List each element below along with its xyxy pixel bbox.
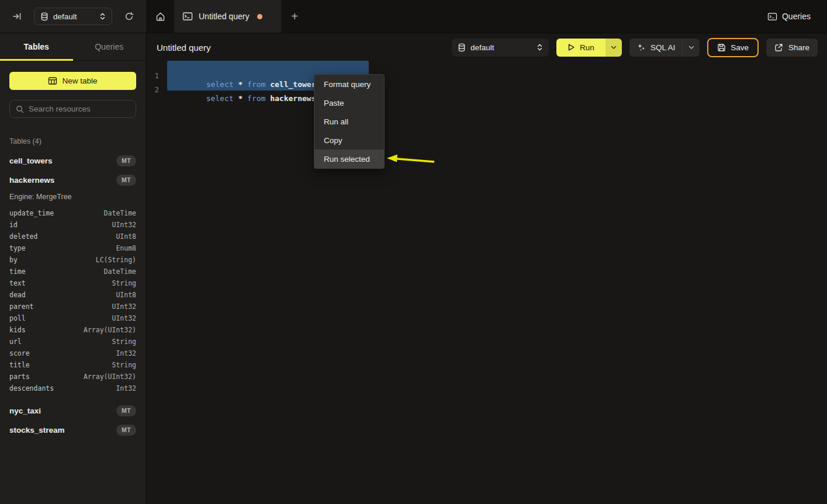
sql-ai-label: SQL AI [650, 43, 675, 52]
column-type: Array(UInt32) [84, 373, 136, 381]
column-row: by LC(String) [0, 254, 146, 266]
active-tab-underline [0, 59, 73, 61]
column-name: kids [9, 326, 84, 334]
queries-button-label: Queries [782, 12, 811, 21]
query-header: Untitled query default [146, 33, 827, 61]
new-table-button[interactable]: New table [9, 72, 136, 90]
tab-label: Untitled query [199, 12, 249, 21]
column-type: Array(UInt32) [84, 326, 136, 334]
save-button[interactable]: Save [707, 38, 759, 57]
query-database-value: default [470, 43, 532, 52]
column-name: descendants [9, 384, 116, 392]
context-menu-item[interactable]: Run selected [314, 150, 384, 168]
context-menu-item[interactable]: Paste [314, 93, 384, 112]
column-name: id [9, 221, 112, 229]
chevron-updown-icon [99, 12, 106, 20]
sql-editor[interactable]: 1 select * from cell_towers limit 100 2 … [146, 61, 827, 96]
column-name: time [9, 267, 104, 276]
column-row: title String [0, 359, 146, 371]
sidebar-tab-queries[interactable]: Queries [73, 33, 146, 60]
tab-untitled-query[interactable]: Untitled query [174, 0, 281, 33]
code-token: select [206, 94, 238, 103]
column-name: text [9, 279, 112, 287]
tab-strip: Untitled query + [146, 0, 767, 33]
engine-label: Engine: MergeTree [0, 190, 146, 203]
context-menu-item[interactable]: Run all [314, 112, 384, 131]
code-token: * [238, 94, 247, 103]
query-title: Untitled query [157, 43, 211, 53]
column-name: parts [9, 373, 84, 381]
table-row-nyc-taxi[interactable]: nyc_taxi MT [0, 401, 146, 420]
column-type: String [112, 361, 136, 369]
context-menu-item[interactable]: Format query [314, 75, 384, 93]
sidebar-collapse-icon [12, 12, 22, 21]
table-icon [48, 77, 57, 85]
column-name: poll [9, 314, 112, 322]
share-button[interactable]: Share [766, 39, 818, 57]
new-tab-button[interactable]: + [281, 0, 308, 33]
table-name: stocks_stream [9, 426, 116, 435]
column-row: dead UInt8 [0, 289, 146, 301]
column-type: UInt8 [116, 232, 136, 241]
column-row: kids Array(UInt32) [0, 324, 146, 336]
table-name: nyc_taxi [9, 406, 116, 415]
query-toolbar: default Run [452, 38, 818, 57]
play-icon [568, 43, 575, 51]
share-button-label: Share [788, 43, 809, 52]
main-panel: Untitled query default [146, 33, 827, 504]
column-name: type [9, 244, 116, 252]
sidebar-database-selector[interactable]: default [34, 8, 112, 25]
topbar-right: Queries [767, 0, 827, 33]
column-name: parent [9, 303, 112, 311]
topbar-left: default [0, 0, 146, 33]
column-type: UInt32 [112, 314, 136, 322]
run-button-label: Run [580, 43, 594, 52]
run-options-button[interactable] [605, 39, 622, 57]
editor-line: 2 select * from hackernews limit [146, 82, 827, 96]
column-row: text String [0, 277, 146, 289]
search-input[interactable] [29, 105, 130, 113]
table-row-stocks-stream[interactable]: stocks_stream MT [0, 420, 146, 440]
column-row: score Int32 [0, 347, 146, 359]
table-row-hackernews[interactable]: hackernews MT [0, 171, 146, 190]
sql-ai-options-button[interactable] [682, 39, 700, 57]
refresh-button[interactable] [120, 8, 138, 25]
column-type: Int32 [116, 349, 136, 357]
column-row: time DateTime [0, 266, 146, 277]
home-icon [155, 12, 165, 22]
chevron-down-icon [611, 46, 617, 50]
query-database-selector[interactable]: default [452, 39, 549, 57]
table-name: cell_towers [9, 157, 116, 165]
terminal-icon [182, 12, 193, 21]
search-box[interactable] [9, 100, 136, 118]
run-button[interactable]: Run [556, 39, 605, 57]
column-list: update_time DateTime id UInt32 deleted U… [0, 207, 146, 394]
save-button-label: Save [731, 43, 749, 52]
table-row-cell-towers[interactable]: cell_towers MT [0, 151, 146, 171]
sidebar-tab-tables[interactable]: Tables [0, 33, 73, 60]
column-type: DateTime [104, 209, 136, 217]
column-row: deleted UInt8 [0, 231, 146, 242]
home-tab[interactable] [146, 0, 174, 33]
database-icon [40, 12, 49, 21]
column-type: UInt32 [112, 303, 136, 311]
sql-ai-button[interactable]: SQL AI [629, 39, 700, 57]
sidebar-tabs: Tables Queries [0, 33, 146, 61]
queries-button[interactable]: Queries [767, 12, 811, 21]
column-type: UInt8 [116, 291, 136, 299]
context-menu-item[interactable]: Copy [314, 131, 384, 150]
column-type: Enum8 [116, 244, 136, 252]
engine-badge: MT [116, 155, 136, 166]
column-name: update_time [9, 209, 104, 217]
code-token: hackernews [270, 94, 320, 103]
engine-badge: MT [116, 405, 136, 416]
column-type: DateTime [104, 267, 136, 276]
share-icon [774, 43, 783, 52]
chevron-updown-icon [537, 43, 543, 51]
column-row: id UInt32 [0, 219, 146, 231]
tables-list: cell_towers MT hackernews MT Engine: Mer… [0, 151, 146, 440]
column-type: LC(String) [96, 256, 136, 264]
tables-section-label: Tables (4) [0, 137, 146, 145]
sidebar-collapse-button[interactable] [8, 8, 26, 25]
column-name: title [9, 361, 112, 369]
